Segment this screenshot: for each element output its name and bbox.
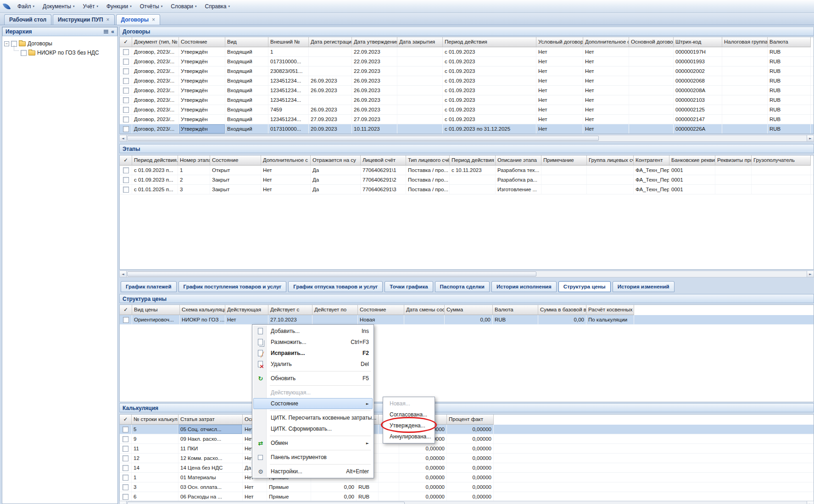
checkbox-icon[interactable] [123,426,128,432]
section-tab[interactable]: Паспорта сделки [435,281,490,292]
column-header[interactable]: ✓ [120,37,132,47]
column-header[interactable]: Дополнительное с [583,37,629,47]
menu-item[interactable]: Размножить...Ctrl+F3 [253,337,373,348]
menu-item[interactable]: ЦИТК. Сформировать... [253,423,373,434]
section-tab[interactable]: Точки графика [385,281,433,292]
column-header[interactable]: Условный договор [536,37,583,47]
row-checkbox-cell[interactable] [120,86,132,95]
table-row[interactable]: Договор, 2023/...УтверждёнВходящий017310… [120,124,814,134]
checkbox-icon[interactable] [21,50,27,56]
column-header[interactable]: Валюта [493,305,538,315]
menu-item[interactable]: УдалитьDel [253,359,373,370]
checkbox-icon[interactable] [123,187,129,193]
row-checkbox-cell[interactable] [120,444,132,453]
kalkulyaciya-hscrollbar[interactable] [119,501,814,504]
table-row[interactable]: 606 Расходы на ...НетПрямые0,00RUB0,0000… [120,492,814,502]
column-header[interactable]: Состояние [179,37,225,47]
checkbox-icon[interactable] [123,68,129,74]
table-row[interactable]: 101 МатериалыНетПрямые0,000000,00000 [120,473,814,482]
workspace-tab[interactable]: Договоры× [116,14,160,25]
table-row[interactable]: Договор, 2023/...УтверждёнВходящий123451… [120,86,814,95]
column-header[interactable]: № строки калькул [132,415,178,425]
column-header[interactable]: Основной договор [629,37,674,47]
column-header[interactable]: Расчёт косвенных [586,305,634,315]
hierarchy-collapse-icon[interactable]: « [111,28,114,35]
menu-item[interactable]: Состояние► [253,398,373,409]
row-checkbox-cell[interactable] [120,463,132,472]
column-header[interactable]: Схема калькуляци [180,305,225,315]
column-header[interactable]: Лицевой счёт [361,155,406,166]
table-row[interactable]: 1414 Цена без НДСДа0,000000,00000 [120,463,814,473]
section-tab[interactable]: История изменений [613,281,675,292]
section-tab[interactable]: Структура цены [558,281,611,292]
table-row[interactable]: Договор, 2023/...УтверждёнВходящий122.09… [120,47,814,57]
table-row[interactable]: 1212 Комм. расхо...Нет0,000000,00000 [120,454,814,463]
table-row[interactable]: Ориентировоч...НИОКР по ГОЗ ...Нет27.10.… [120,315,814,325]
checkbox-icon[interactable] [123,436,128,442]
table-row[interactable]: Договор, 2023/...УтверждёнВходящий123451… [120,95,814,105]
section-tab[interactable]: График платежей [121,281,177,292]
tree-item[interactable]: НИОКР по ГОЗ без НДС [2,48,117,57]
tree-expander-icon[interactable]: − [4,41,9,46]
checkbox-icon[interactable] [123,484,128,490]
checkbox-icon[interactable] [123,97,129,103]
row-checkbox-cell[interactable] [120,66,132,76]
column-header[interactable]: Дата смены состоя [404,305,445,315]
column-header[interactable]: Состояние [358,305,404,315]
scroll-thumb[interactable] [127,271,536,277]
column-header[interactable]: Штрих-код [674,37,722,47]
menu-item[interactable]: Панель инструментов [253,452,373,463]
scroll-left-icon[interactable] [120,271,127,277]
table-row[interactable]: 505 Соц. отчисл...Нет0,000000,00000 [120,425,814,434]
scroll-thumb[interactable] [127,136,599,141]
column-header[interactable]: Период действия э [450,155,496,166]
menu-item[interactable]: ⚙Настройки...Alt+Enter [253,466,373,477]
scroll-thumb[interactable] [127,502,405,504]
column-header[interactable]: Тип лицевого счёт [406,155,450,166]
menubar-item[interactable]: Функции▾ [102,1,136,12]
checkbox-icon[interactable] [123,126,129,132]
column-header[interactable]: Действует с [268,305,312,315]
row-checkbox-cell[interactable] [120,185,132,194]
table-row[interactable]: Договор, 2023/...УтверждёнВходящий230823… [120,66,814,76]
column-header[interactable]: Статья затрат [178,415,243,425]
row-checkbox-cell[interactable] [120,425,132,434]
column-header[interactable]: Номер этапа [178,155,210,166]
menubar-item[interactable]: Словари▾ [167,1,201,12]
row-checkbox-cell[interactable] [120,482,132,492]
column-header[interactable]: Отражается на су [311,155,361,166]
workspace-tab[interactable]: Инструкции ПУП× [53,14,114,25]
column-header[interactable]: Период действия [443,37,536,47]
column-header[interactable]: Вид [225,37,268,47]
menu-item[interactable]: Исправить...F2 [253,348,373,359]
column-header[interactable]: Дата регистрации [309,37,352,47]
table-row[interactable]: с 01.09.2023 п...1ОткрытНетДа7706406291\… [120,166,814,175]
checkbox-icon[interactable] [123,494,128,500]
column-header[interactable]: Дополнительное с [261,155,311,166]
checkbox-icon[interactable] [123,455,128,461]
column-header[interactable]: Состояние [210,155,261,166]
column-header[interactable]: Сумма [445,305,493,315]
column-header[interactable]: Контрагент [634,155,669,166]
column-header[interactable]: Сумма в базовой в [538,305,586,315]
table-row[interactable]: Договор, 2023/...УтверждёнВходящий123451… [120,76,814,86]
menubar-item[interactable]: Отчёты▾ [136,1,167,12]
scroll-right-icon[interactable] [807,501,814,504]
table-row[interactable]: Договор, 2023/...УтверждёнВходящий017310… [120,57,814,66]
row-checkbox-cell[interactable] [120,175,132,184]
row-checkbox-cell[interactable] [120,454,132,463]
row-checkbox-cell[interactable] [120,166,132,175]
row-checkbox-cell[interactable] [120,47,132,56]
column-header[interactable]: Действующая [225,305,268,315]
row-checkbox-cell[interactable] [120,473,132,482]
column-header[interactable]: Налоговая группа, [722,37,768,47]
dogovory-hscrollbar[interactable] [119,135,814,142]
checkbox-icon[interactable] [123,49,129,55]
menu-item[interactable]: ⇄Обмен► [253,438,373,449]
menu-item[interactable]: ↻ОбновитьF5 [253,373,373,384]
checkbox-icon[interactable] [123,116,129,122]
row-checkbox-cell[interactable] [120,57,132,66]
column-header[interactable]: ✓ [120,415,132,425]
column-header[interactable]: Дата утверждения [352,37,397,47]
column-header[interactable]: Внешний № [268,37,309,47]
